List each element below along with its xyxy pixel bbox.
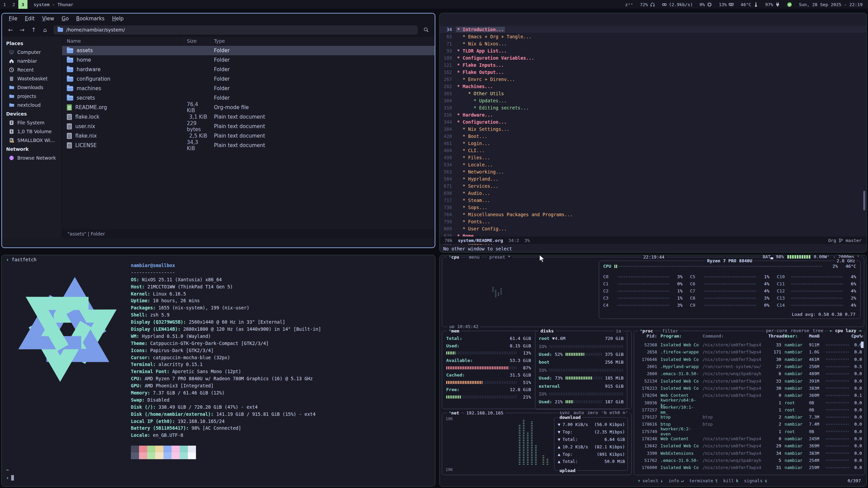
file-row[interactable]: machines Folder (62, 84, 435, 93)
process-row[interactable]: 52368 Isolated Web Co /nix/store/sm8fmrf… (637, 341, 862, 348)
org-heading-line[interactable]: 316 * Hardware... (440, 111, 866, 118)
menu-item[interactable]: File (5, 15, 21, 23)
sidebar-item[interactable]: Browse Network (2, 154, 62, 162)
footer-keybind[interactable]: info ↵ (669, 478, 684, 483)
org-heading-line[interactable]: 344 * Configuration... (440, 118, 866, 125)
process-row[interactable]: 52134 Isolated Web Co /nix/store/sm8fmrf… (637, 377, 862, 384)
org-heading-line[interactable]: 799 * Fonts... (440, 218, 866, 225)
proc-button[interactable]: reverse (791, 328, 809, 333)
org-heading-line[interactable]: 717 * Steam... (440, 197, 866, 204)
org-heading-line[interactable]: 671 * Services... (440, 182, 866, 189)
net-box-title[interactable]: ³net (447, 410, 461, 416)
org-heading-line[interactable]: 384 * Nix Settings... (440, 125, 866, 133)
file-row[interactable]: hardware Folder (62, 65, 435, 74)
sidebar-item[interactable]: Computer (2, 48, 62, 57)
status-item[interactable]: 46°C (741, 2, 758, 7)
file-row[interactable]: flake.lock 3,1 KiB Plain text document (62, 112, 435, 122)
sidebar-item[interactable]: 1,0 TB Volume (2, 127, 62, 136)
process-row[interactable]: 178248 Web Content /nix/store/sm8fmrf3wp… (637, 435, 862, 442)
org-heading-line[interactable]: 282 * Machines... (440, 83, 866, 90)
org-heading-line[interactable]: 121 * Flake Inputs... (440, 61, 866, 68)
process-row[interactable]: 176223 Isolated Web Co /nix/store/sm8fmr… (637, 385, 862, 392)
org-heading-line[interactable]: 484 * CLI... (440, 147, 866, 154)
process-row[interactable]: 176000 Isolated Web Co /nix/store/sm8fmr… (637, 464, 862, 471)
proc-table-header[interactable]: Pid: Program: Command: Threads: User: Me… (637, 333, 862, 339)
sidebar-item[interactable]: File System (2, 118, 62, 127)
org-heading-line[interactable]: 310 * Editing secrets... (440, 104, 866, 111)
file-row[interactable]: assets Folder (62, 46, 435, 55)
sidebar-item[interactable]: projects (2, 92, 62, 101)
path-bar[interactable]: /home/nambiar/system/ (54, 25, 418, 35)
file-row[interactable]: secrets Folder (62, 93, 435, 103)
process-row[interactable]: 2658 .firefox-wrappe /nix/store/sm8fmrf3… (637, 348, 862, 355)
footer-keybind[interactable]: kill k (723, 478, 738, 483)
shell-prompt[interactable]: › (6, 475, 14, 481)
status-item[interactable]: zᶻᶻ (625, 2, 633, 7)
sidebar-item[interactable]: Downloads (2, 83, 62, 92)
file-row[interactable]: home Folder (62, 55, 435, 65)
mem-box-title[interactable]: ²mem (447, 328, 461, 334)
process-row[interactable]: 179127 btop btop 2 nambiar 7.3M 0.0 (637, 413, 862, 421)
status-item[interactable]: 97% (765, 2, 780, 7)
org-heading-line[interactable]: 698 * Audio... (440, 189, 866, 197)
proc-button[interactable]: per-core (766, 328, 787, 333)
file-row[interactable]: LICENSE 34,3 KiB Plain text document (62, 141, 435, 150)
footer-keybind[interactable]: ↑ select ↓ (638, 478, 663, 483)
net-button[interactable]: zero (587, 410, 598, 415)
org-heading-line[interactable]: 563 * Networking... (440, 168, 866, 175)
process-row[interactable]: 177257 kworker/10:1-mm_ 1 root 0B 0.0 (637, 406, 862, 413)
menu-item[interactable]: View (39, 15, 58, 23)
io-mode-button[interactable]: io (614, 328, 623, 334)
proc-box-title[interactable]: ⁴proc (638, 328, 655, 334)
sidebar-item[interactable]: Network (2, 145, 62, 154)
status-item[interactable] (787, 2, 792, 7)
emacs-scrollbar-thumb[interactable] (863, 191, 865, 210)
column-header-size[interactable]: Size (184, 36, 211, 45)
menu-item[interactable]: Edit (21, 15, 38, 23)
disks-box-title[interactable]: disks (540, 328, 554, 333)
back-button[interactable]: ← (5, 25, 16, 35)
column-header-type[interactable]: Type (211, 38, 435, 44)
sidebar-item[interactable]: Places (2, 39, 62, 48)
org-heading-line[interactable]: 764 * Miscellaneous Packages and Program… (440, 211, 866, 218)
terminal-window[interactable]: › fastfetch nambiar@smallbox------------… (1, 255, 435, 487)
sidebar-item[interactable]: Wastebasket (2, 74, 62, 83)
org-heading-line[interactable]: 267 * Envrc + Direnv... (440, 76, 866, 83)
proc-scrollbar-thumb[interactable] (861, 342, 864, 348)
process-row[interactable]: 13642 Isolated Web Co /nix/store/sm8fmrf… (637, 442, 862, 449)
process-row[interactable]: 2601 .Hyprland-wrapp /run/current-system… (637, 363, 862, 370)
cpu-box-title[interactable]: ¹cpu (447, 255, 461, 260)
scroll-up-arrow[interactable]: ↑ (862, 334, 864, 339)
sidebar-item[interactable]: Recent (2, 65, 62, 74)
sidebar-item[interactable]: nambiar (2, 57, 62, 65)
org-heading-line[interactable]: 65 * Emacs + Org + Tangle... (440, 33, 866, 40)
org-heading-line[interactable]: 428 * Boot... (440, 133, 866, 140)
org-heading-line[interactable]: 304 * Updates... (440, 97, 866, 104)
org-heading-line[interactable]: 109 * Configuration Variables... (440, 54, 866, 61)
org-heading-line[interactable]: 162 * Flake Output... (440, 68, 866, 76)
footer-keybind[interactable]: terminate t (689, 478, 718, 483)
file-row[interactable]: user.nix 229 bytes Plain text document (62, 122, 435, 131)
org-heading-line[interactable]: 809 * User Config... (440, 225, 866, 232)
org-heading-line[interactable]: 499 * Files... (440, 154, 866, 161)
up-button[interactable]: ↑ (28, 25, 39, 35)
status-item[interactable]: 13% (719, 2, 734, 7)
home-button[interactable]: ⌂ (40, 25, 50, 35)
menu-button[interactable]: menu (467, 255, 481, 260)
process-row[interactable]: 176646 Isolated Web Co /nix/store/sm8fmr… (637, 356, 862, 363)
filter-button[interactable]: filter (660, 328, 680, 334)
process-row[interactable]: 2660 .emacs-31.0.50- /nix/store/wnqz5pa8… (637, 370, 862, 377)
proc-button[interactable]: tree (813, 328, 823, 333)
preset-button[interactable]: preset * (488, 255, 512, 260)
process-row[interactable]: 175749 kworker/6:2-even 1 root 0B 0.0 (637, 428, 862, 435)
org-heading-line[interactable]: 461 * Login... (440, 140, 866, 147)
status-item[interactable]: 0% (699, 2, 712, 7)
menu-item[interactable]: Go (58, 15, 72, 23)
status-item[interactable]: Sun, 28 Sep 2025 - 22:19 (799, 2, 863, 7)
sidebar-item[interactable]: Devices (2, 109, 62, 118)
menu-item[interactable]: Bookmarks (73, 15, 108, 23)
status-item[interactable]: (2.9kb/s) (662, 2, 693, 7)
sidebar-item[interactable]: SMALLBOX Wi… (2, 136, 62, 145)
workspace-button[interactable]: 1 (0, 0, 9, 9)
workspace-button[interactable]: 3 (18, 0, 27, 9)
